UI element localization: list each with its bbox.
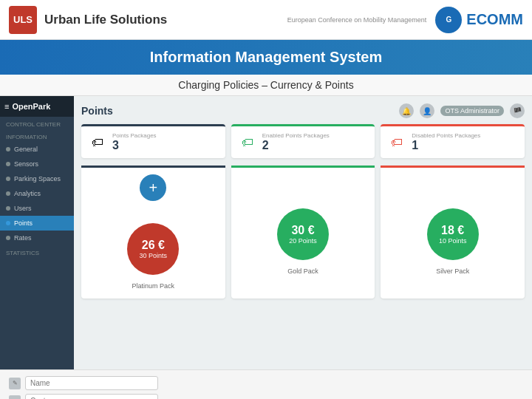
- stat-info-enabled: Enabled Points Packages 2: [262, 132, 368, 152]
- main-content: Points 🔔 👤 OTS Administrator 🏴 🏷 Points …: [74, 96, 532, 369]
- platinum-amount: 26 €: [142, 239, 165, 252]
- package-silver: 18 € 10 Points Silver Pack: [381, 166, 525, 299]
- sidebar-item-rates[interactable]: Rates: [0, 231, 74, 245]
- silver-amount: 18 €: [441, 224, 464, 237]
- sidebar-brand: ≡ OpenPark: [0, 96, 74, 117]
- sidebar-nav: Control Center Information General Senso…: [0, 117, 74, 369]
- page-subtitle: Charging Policies – Currency & Points: [0, 75, 532, 96]
- gold-points: 20 Points: [289, 237, 317, 245]
- sidebar: ≡ OpenPark Control Center Information Ge…: [0, 96, 74, 369]
- stat-value-disabled: 1: [412, 139, 517, 152]
- bottom-form: ✎ € Active Close Save: [0, 369, 532, 399]
- content-header-right: 🔔 👤 OTS Administrator 🏴: [399, 103, 525, 118]
- package-platinum: + 26 € 30 Points Platinum Pack: [81, 166, 225, 299]
- tag-icon-disabled: 🏷: [388, 134, 406, 151]
- gold-price-circle: 30 € 20 Points: [277, 208, 329, 260]
- stat-total-packages: 🏷 Points Packages 3: [81, 124, 225, 158]
- silver-points: 10 Points: [439, 237, 467, 245]
- form-cost-row: €: [9, 394, 523, 399]
- sidebar-item-parking-spaces[interactable]: Parking Spaces: [0, 171, 74, 186]
- stat-label-disabled: Disabled Points Packages: [412, 132, 517, 139]
- logo-text: ULS: [13, 14, 33, 25]
- app-logo: ULS: [9, 6, 37, 34]
- app-container: ≡ OpenPark Control Center Information Ge…: [0, 96, 532, 369]
- platinum-pack-name: Platinum Pack: [132, 282, 175, 290]
- stat-enabled-packages: 🏷 Enabled Points Packages 2: [231, 124, 375, 158]
- name-input[interactable]: [25, 376, 158, 390]
- sidebar-item-points[interactable]: Points: [0, 216, 74, 231]
- sidebar-brand-name: OpenPark: [12, 102, 50, 111]
- platinum-points: 30 Points: [140, 252, 168, 259]
- banner-title: Information Management System: [150, 49, 383, 65]
- user-avatar: 👤: [420, 103, 434, 118]
- name-field-icon: ✎: [9, 378, 21, 389]
- sidebar-section-info: Information: [0, 129, 74, 142]
- silver-pack-name: Silver Pack: [436, 267, 469, 275]
- app-header: ULS Urban Life Solutions European Confer…: [0, 0, 532, 40]
- package-gold: 30 € 20 Points Gold Pack: [231, 166, 375, 299]
- sidebar-item-analytics[interactable]: Analytics: [0, 186, 74, 201]
- gold-amount: 30 €: [291, 224, 314, 237]
- page-banner: Information Management System: [0, 40, 532, 75]
- add-package-button[interactable]: +: [140, 174, 166, 201]
- content-title: Points: [81, 105, 113, 117]
- stat-info-total: Points Packages 3: [112, 132, 218, 152]
- header-left: ULS Urban Life Solutions: [9, 6, 167, 34]
- subtitle-text: Charging Policies – Currency & Points: [178, 79, 353, 91]
- ecomm-circle-icon: G: [435, 7, 462, 33]
- stat-label-total: Points Packages: [112, 132, 218, 139]
- stat-value-total: 3: [112, 139, 218, 152]
- stat-label-enabled: Enabled Points Packages: [262, 132, 368, 139]
- platinum-price-circle: 26 € 30 Points: [127, 223, 179, 275]
- user-badge: OTS Administrator: [440, 106, 504, 116]
- stat-info-disabled: Disabled Points Packages 1: [412, 132, 517, 152]
- sidebar-item-sensors[interactable]: Sensors: [0, 157, 74, 171]
- content-header: Points 🔔 👤 OTS Administrator 🏴: [81, 103, 525, 118]
- flag-icon[interactable]: 🏴: [510, 103, 525, 118]
- ecomm-logo: European Conference on Mobility Manageme…: [287, 7, 523, 33]
- ecomm-label: European Conference on Mobility Manageme…: [287, 16, 427, 24]
- tag-icon-enabled: 🏷: [239, 134, 256, 151]
- ecomm-brand-text: ECOMM: [466, 11, 523, 28]
- sidebar-item-users[interactable]: Users: [0, 201, 74, 216]
- sidebar-section-control: Control Center: [0, 117, 74, 129]
- cost-field-icon: €: [9, 395, 21, 400]
- stats-row: 🏷 Points Packages 3 🏷 Enabled Points Pac…: [81, 124, 525, 158]
- silver-price-circle: 18 € 10 Points: [427, 208, 479, 260]
- bell-icon[interactable]: 🔔: [399, 103, 414, 118]
- sidebar-section-statistics: Statistics: [0, 245, 74, 258]
- packages-grid: + 26 € 30 Points Platinum Pack 30 € 20 P…: [81, 166, 525, 299]
- form-name-row: ✎: [9, 376, 523, 390]
- sidebar-item-general[interactable]: General: [0, 142, 74, 157]
- tag-icon-total: 🏷: [89, 134, 106, 151]
- stat-value-enabled: 2: [262, 139, 368, 152]
- hamburger-icon[interactable]: ≡: [4, 102, 9, 111]
- app-title: Urban Life Solutions: [44, 13, 167, 27]
- cost-input[interactable]: [25, 394, 158, 399]
- stat-disabled-packages: 🏷 Disabled Points Packages 1: [381, 124, 525, 158]
- gold-pack-name: Gold Pack: [287, 267, 318, 275]
